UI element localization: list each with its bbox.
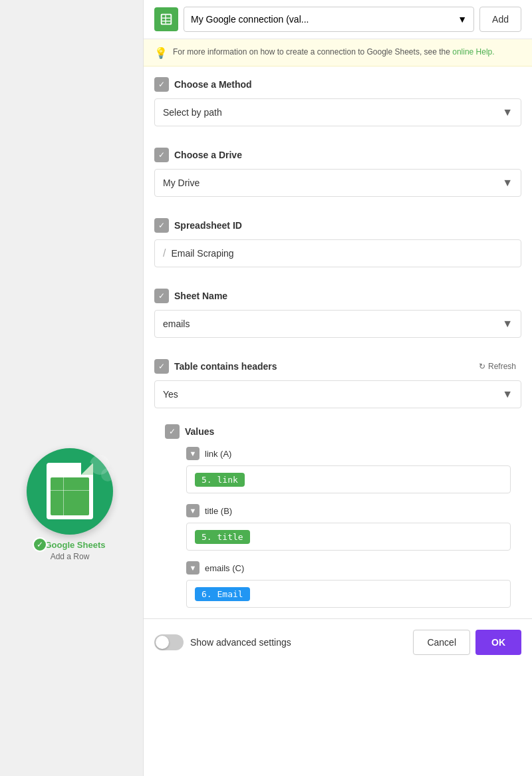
add-connection-button[interactable]: Add — [479, 7, 521, 32]
values-section: ✓ Values ▼ link (A) 5. link ▼ title (B) … — [144, 419, 532, 608]
spreadsheet-id-section: ✓ Spreadsheet ID / Email Scraping — [144, 207, 532, 267]
choose-drive-section: ✓ Choose a Drive My Drive ▼ — [144, 137, 532, 197]
table-headers-toggle[interactable]: ✓ — [154, 359, 169, 374]
sheets-icon — [159, 12, 174, 27]
cancel-button[interactable]: Cancel — [413, 630, 470, 655]
table-headers-value: Yes — [163, 389, 178, 400]
connection-icon — [154, 7, 178, 31]
sheet-name-toggle[interactable]: ✓ — [154, 289, 169, 303]
online-help-link[interactable]: online Help. — [452, 47, 494, 57]
chevron-down-icon: ▼ — [458, 14, 467, 25]
footer: Show advanced settings Cancel OK — [144, 618, 532, 666]
choose-method-header: ✓ Choose a Method — [154, 77, 521, 92]
connection-label: My Google connection (val... — [191, 14, 309, 25]
sheet-name-title: Sheet Name — [174, 291, 227, 301]
value-item-link-header: ▼ link (A) — [186, 447, 521, 460]
value-item-emails: ▼ emails (C) 6. Email — [154, 561, 521, 608]
bulb-icon: 💡 — [154, 47, 168, 59]
value-item-emails-header: ▼ emails (C) — [186, 561, 521, 575]
value-title-toggle[interactable]: ▼ — [186, 504, 200, 517]
value-emails-toggle[interactable]: ▼ — [186, 561, 200, 575]
main-panel: My Google connection (val... ▼ Add 💡 For… — [143, 0, 532, 776]
spreadsheet-id-toggle[interactable]: ✓ — [154, 218, 169, 233]
value-item-title-header: ▼ title (B) — [186, 504, 521, 517]
values-toggle[interactable]: ✓ — [165, 424, 180, 439]
sheet-name-dropdown[interactable]: emails ▼ — [154, 310, 521, 338]
connected-badge: ✓ — [33, 537, 47, 552]
value-emails-label: emails (C) — [205, 563, 244, 573]
refresh-button[interactable]: ↻ Refresh — [473, 359, 521, 374]
chevron-down-icon: ▼ — [502, 177, 513, 189]
app-label: Google Sheets — [45, 540, 105, 550]
choose-method-section: ✓ Choose a Method Select by path ▼ — [144, 66, 532, 126]
table-headers-dropdown[interactable]: Yes ▼ — [154, 380, 521, 408]
corner-fold — [81, 463, 93, 475]
choose-method-value: Select by path — [163, 107, 222, 118]
value-link-field[interactable]: 5. link — [186, 465, 511, 493]
choose-drive-dropdown[interactable]: My Drive ▼ — [154, 169, 521, 197]
footer-buttons: Cancel OK — [413, 630, 521, 655]
value-link-label: link (A) — [205, 449, 231, 459]
choose-method-title: Choose a Method — [174, 79, 252, 90]
spreadsheet-id-value: Email Scraping — [171, 248, 233, 259]
ok-button[interactable]: OK — [475, 630, 521, 655]
tag-link[interactable]: 5. link — [195, 473, 245, 487]
choose-method-dropdown[interactable]: Select by path ▼ — [154, 98, 521, 126]
spreadsheet-id-field[interactable]: / Email Scraping — [154, 239, 521, 267]
value-item-link: ▼ link (A) 5. link — [154, 447, 521, 493]
add-row-label: Add a Row — [51, 552, 90, 561]
values-header: ✓ Values — [154, 419, 521, 447]
choose-drive-toggle[interactable]: ✓ — [154, 148, 169, 162]
sheet-name-header: ✓ Sheet Name — [154, 289, 521, 303]
sheet-name-value: emails — [163, 319, 190, 329]
advanced-toggle: Show advanced settings — [154, 634, 291, 650]
table-headers-header: ✓ Table contains headers ↻ Refresh — [154, 359, 521, 374]
value-emails-field[interactable]: 6. Email — [186, 580, 511, 608]
refresh-label: Refresh — [488, 362, 516, 371]
chevron-down-icon: ▼ — [502, 318, 513, 330]
chevron-down-icon: ▼ — [502, 388, 513, 400]
table-headers-section: ✓ Table contains headers ↻ Refresh Yes ▼ — [144, 348, 532, 408]
value-title-field[interactable]: 5. title — [186, 523, 511, 551]
app-icon-container: ✓ Google Sheets Add a Row — [27, 448, 113, 561]
values-title: Values — [185, 426, 214, 437]
slash-icon: / — [163, 247, 166, 259]
value-title-label: title (B) — [205, 506, 232, 516]
value-item-title: ▼ title (B) 5. title — [154, 504, 521, 551]
advanced-settings-label: Show advanced settings — [190, 637, 291, 648]
connection-bar: My Google connection (val... ▼ Add — [144, 0, 532, 39]
tag-email[interactable]: 6. Email — [195, 587, 250, 601]
sheets-doc-icon — [47, 463, 93, 519]
icon-circle — [27, 448, 113, 535]
info-bar: 💡 For more information on how to create … — [144, 39, 532, 66]
sheet-name-section: ✓ Sheet Name emails ▼ — [144, 278, 532, 338]
spreadsheet-id-header: ✓ Spreadsheet ID — [154, 218, 521, 233]
tag-title[interactable]: 5. title — [195, 530, 250, 544]
advanced-settings-toggle[interactable] — [154, 634, 184, 650]
value-link-toggle[interactable]: ▼ — [186, 447, 200, 460]
choose-drive-title: Choose a Drive — [174, 150, 242, 160]
choose-method-toggle[interactable]: ✓ — [154, 77, 169, 92]
toggle-knob — [156, 636, 169, 649]
refresh-icon: ↻ — [479, 362, 485, 371]
choose-drive-header: ✓ Choose a Drive — [154, 148, 521, 162]
table-headers-title: Table contains headers — [174, 361, 277, 372]
spreadsheet-id-title: Spreadsheet ID — [174, 220, 242, 231]
sheets-grid — [51, 477, 89, 515]
svg-rect-1 — [162, 15, 171, 24]
chevron-down-icon: ▼ — [502, 106, 513, 118]
info-text: For more information on how to create a … — [173, 46, 495, 58]
connection-dropdown[interactable]: My Google connection (val... ▼ — [184, 7, 474, 32]
choose-drive-value: My Drive — [163, 178, 200, 188]
left-sidebar: ✓ Google Sheets Add a Row — [0, 0, 140, 776]
table-headers-left: ✓ Table contains headers — [154, 359, 277, 374]
